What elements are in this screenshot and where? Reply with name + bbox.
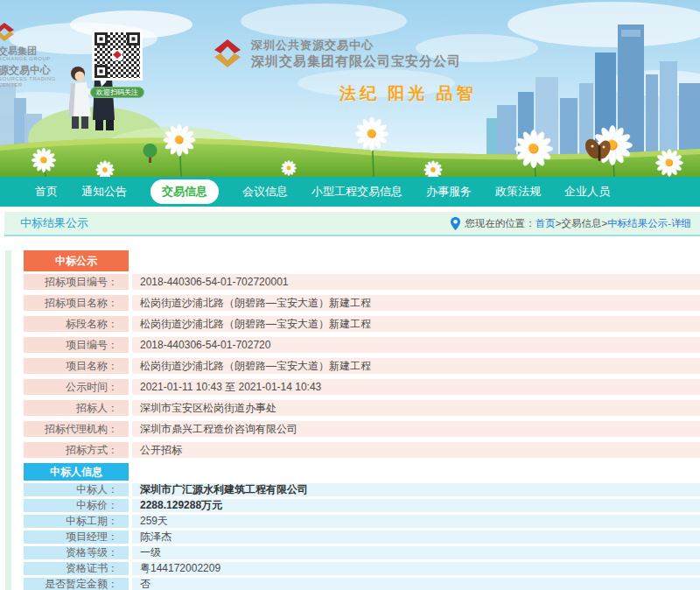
table-row: 招标方式：公开招标 [24,442,700,458]
row-label: 项目名称： [24,358,129,374]
main-nav: 首页 通知公告 交易信息 会议信息 小型工程交易信息 办事服务 政策法规 企业人… [0,177,700,207]
row-value: 否 [132,578,700,590]
nav-item-trading-info[interactable]: 交易信息 [150,179,219,204]
row-value: 松岗街道沙浦北路（朗碧路—宝安大道）新建工程 [132,316,700,332]
row-value: 2018-440306-54-01-702720 [132,337,700,353]
breadcrumb-link-home[interactable]: 首页 [536,217,556,230]
breadcrumb-link-detail[interactable]: 中标结果公示-详细 [607,217,691,230]
row-label: 招标人： [24,400,129,416]
location-label: 您现在的位置： [465,217,536,230]
nav-item-notices[interactable]: 通知公告 [81,184,127,200]
section-header-winner-info: 中标人信息 [24,463,129,481]
left-side-strip [5,250,11,590]
header-banner: 交易集团 XCHANGE GROUP 源交易中心 SOURCES TRADING… [0,0,700,177]
location-pin-icon [451,217,460,230]
org-header: 深圳公共资源交易中心 深圳交易集团有限公司宝安分公司 [213,37,461,70]
row-label: 是否暂定金额： [24,578,129,590]
nav-item-enterprise[interactable]: 企业人员 [564,184,610,200]
breadcrumb-bar: 中标结果公示 您现在的位置： 首页 > 交易信息 > 中标结果公示-详细 [4,212,700,236]
row-value: 陈泽杰 [132,530,700,544]
table-row: 资格等级：一级 [24,546,700,559]
row-label: 公示时间： [24,379,129,395]
nav-item-policies[interactable]: 政策法规 [495,184,541,200]
row-value: 2288.129288万元 [132,499,700,512]
breadcrumb-separator: > [556,218,562,228]
row-label: 中标人： [24,483,129,496]
content-area: 中标公示 招标项目编号：2018-440306-54-01-702720001 … [0,250,700,590]
row-value: 深圳市广汇源水利建筑工程有限公司 [132,483,700,496]
row-label: 资格等级： [24,546,129,559]
section-header-bid-announcement: 中标公示 [24,250,129,271]
qr-code-block: 欢迎扫码关注 [90,30,144,98]
slogan-text: 法纪 阳光 品智 [340,82,477,105]
row-label: 中标工期： [24,515,129,528]
left-logo-cn2: 源交易中心 [0,64,70,76]
table-row: 中标工期：259天 [24,515,700,528]
row-label: 招标代理机构： [24,421,129,437]
row-value: 259天 [132,515,700,528]
row-label: 招标项目编号： [24,274,129,290]
left-logo-en2: SOURCES TRADING CENTER [0,76,70,88]
left-logo-icon [0,21,16,42]
org-name-line1: 深圳公共资源交易中心 [251,39,461,53]
table-row: 项目编号：2018-440306-54-01-702720 [24,337,700,353]
nav-item-small-projects[interactable]: 小型工程交易信息 [312,184,402,200]
table-row: 是否暂定金额：否 [24,578,700,590]
row-label: 项目编号： [24,337,129,353]
breadcrumb-separator: > [601,218,607,228]
nav-item-services[interactable]: 办事服务 [426,184,472,200]
breadcrumb: 您现在的位置： 首页 > 交易信息 > 中标结果公示-详细 [451,217,691,230]
table-row: 中标人：深圳市广汇源水利建筑工程有限公司 [24,483,700,496]
left-logo-en1: XCHANGE GROUP [0,56,70,62]
qr-code [92,30,143,81]
table-row: 公示时间：2021-01-11 10:43 至 2021-01-14 10:43 [24,379,700,395]
org-logo-icon [213,37,242,70]
table-row: 招标人：深圳市宝安区松岗街道办事处 [24,400,700,416]
row-label: 招标项目名称： [24,295,129,311]
table-row: 招标代理机构：深圳市鼎兴工程造价咨询有限公司 [24,421,700,437]
row-value: 2021-01-11 10:43 至 2021-01-14 10:43 [132,379,700,395]
row-value: 粤144172002209 [132,562,700,575]
org-name-line2: 深圳交易集团有限公司宝安分公司 [251,53,461,69]
row-value: 2018-440306-54-01-702720001 [132,274,700,290]
table-row: 招标项目编号：2018-440306-54-01-702720001 [24,274,700,290]
left-logo-cn1: 交易集团 [0,46,70,56]
row-value: 深圳市宝安区松岗街道办事处 [132,400,700,416]
left-corner-logo: 交易集团 XCHANGE GROUP 源交易中心 SOURCES TRADING… [0,21,70,88]
qr-caption-ribbon: 欢迎扫码关注 [90,87,144,98]
row-label: 资格证书： [24,562,129,575]
row-label: 项目经理： [24,530,129,544]
table-row: 中标价：2288.129288万元 [24,499,700,512]
table-row: 项目经理：陈泽杰 [24,530,700,544]
table-row: 资格证书：粤144172002209 [24,562,700,575]
bid-announcement-table: 中标公示 招标项目编号：2018-440306-54-01-702720001 … [24,250,700,590]
row-value: 公开招标 [132,442,700,458]
row-label: 招标方式： [24,442,129,458]
row-value: 松岗街道沙浦北路（朗碧路—宝安大道）新建工程 [132,295,700,311]
nav-item-meeting-info[interactable]: 会议信息 [242,184,288,200]
row-value: 松岗街道沙浦北路（朗碧路—宝安大道）新建工程 [132,358,700,374]
table-row: 项目名称：松岗街道沙浦北路（朗碧路—宝安大道）新建工程 [24,358,700,374]
breadcrumb-link-section[interactable]: 交易信息 [561,217,601,230]
nav-item-home[interactable]: 首页 [35,184,58,200]
row-value: 深圳市鼎兴工程造价咨询有限公司 [132,421,700,437]
row-label: 标段名称： [24,316,129,332]
table-row: 标段名称：松岗街道沙浦北路（朗碧路—宝安大道）新建工程 [24,316,700,332]
row-value: 一级 [132,546,700,559]
table-row: 招标项目名称：松岗街道沙浦北路（朗碧路—宝安大道）新建工程 [24,295,700,311]
page-title: 中标结果公示 [20,215,88,231]
row-label: 中标价： [24,499,129,512]
